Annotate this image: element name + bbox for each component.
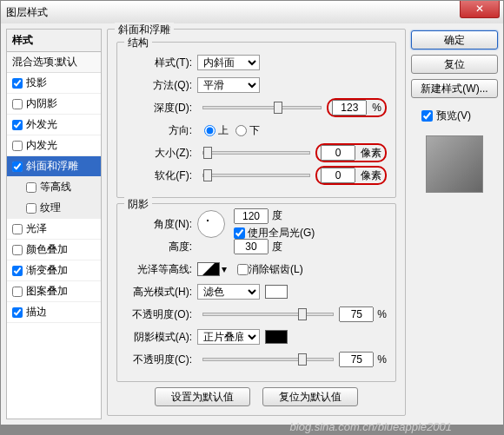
shadow-mode-select[interactable]: 正片叠底 [197, 329, 260, 345]
preview-label: 预览(V) [436, 109, 471, 123]
structure-legend: 结构 [124, 36, 152, 50]
soften-label: 软化(F): [126, 168, 197, 183]
gloss-contour-picker[interactable] [197, 262, 220, 276]
style-checkbox[interactable] [12, 161, 23, 172]
style-item-label: 颜色叠加 [26, 242, 68, 257]
style-select[interactable]: 内斜面 [197, 55, 260, 70]
make-default-button[interactable]: 设置为默认值 [155, 387, 250, 406]
altitude-unit: 度 [272, 240, 282, 254]
style-checkbox[interactable] [12, 307, 23, 318]
depth-slider[interactable] [202, 106, 322, 109]
watermark: blog.sina.com.cn/blueapple2001 [290, 420, 452, 433]
altitude-input[interactable] [234, 239, 269, 254]
angle-input[interactable] [234, 208, 269, 224]
styles-header: 样式 [7, 30, 101, 52]
soften-highlight: 像素 [315, 166, 387, 185]
close-button[interactable]: ✕ [460, 1, 500, 18]
global-light-checkbox[interactable] [234, 227, 245, 239]
antialias-label: 消除锯齿(L) [249, 262, 303, 277]
soften-unit: 像素 [361, 168, 381, 183]
style-item-label: 内发光 [26, 138, 57, 153]
cancel-button[interactable]: 复位 [411, 55, 498, 74]
new-style-button[interactable]: 新建样式(W)... [411, 79, 498, 98]
style-item-label: 描边 [26, 305, 47, 320]
style-item-外发光[interactable]: 外发光 [7, 115, 101, 135]
style-item-图案叠加[interactable]: 图案叠加 [7, 281, 101, 302]
style-item-颜色叠加[interactable]: 颜色叠加 [7, 240, 101, 260]
style-checkbox[interactable] [26, 203, 36, 214]
style-item-纹理[interactable]: 纹理 [7, 198, 101, 219]
style-checkbox[interactable] [26, 182, 36, 193]
reset-default-button[interactable]: 复位为默认值 [262, 387, 358, 406]
highlight-color-swatch[interactable] [265, 285, 288, 299]
style-checkbox[interactable] [12, 287, 23, 297]
style-checkbox[interactable] [12, 224, 23, 234]
style-item-label: 渐变叠加 [26, 263, 68, 278]
style-item-label: 图案叠加 [26, 284, 68, 299]
antialias-checkbox[interactable] [237, 264, 249, 275]
blend-options[interactable]: 混合选项:默认 [7, 52, 101, 73]
gloss-contour-label: 光泽等高线: [126, 262, 197, 277]
size-highlight: 像素 [315, 143, 387, 162]
bevel-group: 斜面和浮雕 结构 样式(T): 内斜面 方法(Q): 平滑 深度(D): [107, 29, 406, 416]
window-title: 图层样式 [6, 5, 48, 20]
style-checkbox[interactable] [12, 99, 23, 109]
preview-checkbox[interactable] [421, 110, 433, 122]
highlight-mode-label: 高光模式(H): [126, 285, 197, 300]
depth-highlight: % [327, 98, 387, 117]
highlight-opacity-slider[interactable] [202, 313, 334, 316]
highlight-opacity-input[interactable] [339, 306, 374, 322]
style-checkbox[interactable] [12, 266, 23, 276]
style-item-描边[interactable]: 描边 [7, 302, 101, 323]
style-item-斜面和浮雕[interactable]: 斜面和浮雕 [7, 156, 101, 177]
shadow-mode-label: 阴影模式(A): [126, 330, 197, 345]
soften-slider[interactable] [202, 174, 310, 177]
ok-button[interactable]: 确定 [411, 30, 498, 49]
layer-style-dialog: 图层样式 ✕ 样式 混合选项:默认 投影内阴影外发光内发光斜面和浮雕等高线纹理光… [0, 0, 504, 425]
style-checkbox[interactable] [12, 141, 23, 151]
shading-group: 阴影 角度(N): 度 使用全局光(G) [116, 203, 396, 382]
highlight-opacity-label: 不透明度(O): [126, 307, 197, 322]
shadow-opacity-slider[interactable] [202, 358, 334, 361]
direction-label: 方向: [126, 123, 197, 138]
shadow-color-swatch[interactable] [265, 330, 288, 344]
style-item-渐变叠加[interactable]: 渐变叠加 [7, 260, 101, 281]
direction-down-radio[interactable] [235, 125, 247, 136]
size-slider[interactable] [202, 151, 310, 155]
shading-legend: 阴影 [124, 197, 152, 212]
angle-label: 角度(N): [126, 217, 197, 232]
style-item-投影[interactable]: 投影 [7, 73, 101, 94]
style-checkbox[interactable] [12, 78, 23, 89]
style-item-label: 光泽 [26, 221, 47, 236]
styles-list: 样式 混合选项:默认 投影内阴影外发光内发光斜面和浮雕等高线纹理光泽颜色叠加渐变… [6, 29, 102, 419]
style-item-label: 纹理 [40, 201, 61, 215]
soften-input[interactable] [321, 168, 355, 183]
chevron-down-icon[interactable]: ▾ [222, 263, 227, 275]
global-light-label: 使用全局光(G) [248, 226, 315, 241]
pct-unit: % [377, 308, 387, 320]
style-item-label: 投影 [26, 76, 47, 90]
style-label: 样式(T): [126, 56, 197, 70]
style-item-label: 内阴影 [26, 96, 57, 111]
depth-input[interactable] [332, 100, 367, 115]
style-item-label: 等高线 [40, 180, 71, 194]
settings-panel: 斜面和浮雕 结构 样式(T): 内斜面 方法(Q): 平滑 深度(D): [107, 29, 406, 419]
altitude-label: 高度: [126, 240, 197, 254]
style-item-光泽[interactable]: 光泽 [7, 219, 101, 240]
shadow-opacity-input[interactable] [339, 352, 374, 367]
style-checkbox[interactable] [12, 245, 23, 255]
style-item-内发光[interactable]: 内发光 [7, 135, 101, 156]
angle-control[interactable] [197, 210, 225, 238]
style-item-label: 外发光 [26, 117, 57, 132]
angle-unit: 度 [272, 208, 282, 223]
preview-swatch [426, 135, 483, 193]
style-item-内阴影[interactable]: 内阴影 [7, 94, 101, 115]
titlebar[interactable]: 图层样式 ✕ [1, 1, 503, 23]
technique-select[interactable]: 平滑 [197, 77, 260, 93]
shadow-opacity-label: 不透明度(C): [126, 353, 197, 367]
style-item-等高线[interactable]: 等高线 [7, 177, 101, 198]
direction-up-radio[interactable] [204, 125, 216, 136]
size-input[interactable] [321, 145, 355, 161]
style-checkbox[interactable] [12, 120, 23, 130]
highlight-mode-select[interactable]: 滤色 [197, 284, 260, 300]
